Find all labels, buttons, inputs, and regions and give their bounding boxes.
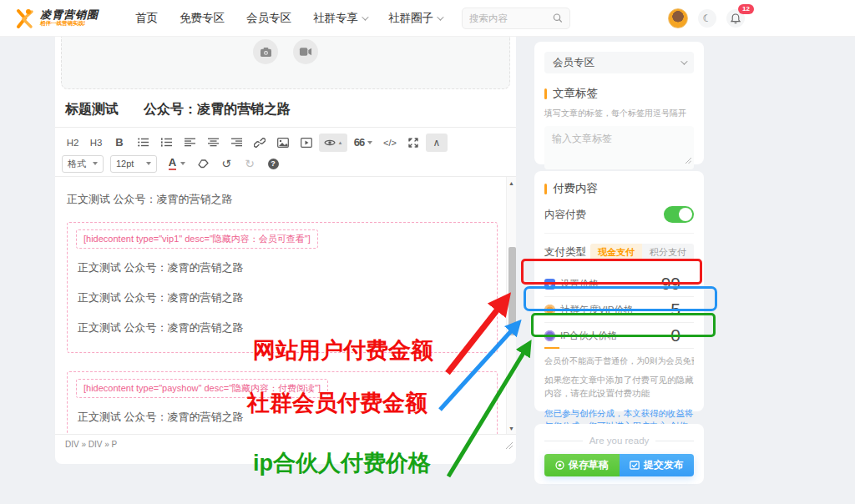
site-logo[interactable]: 凌霄营销圈 相伴一线营销实战!	[15, 8, 99, 29]
align-center-icon[interactable]	[202, 134, 224, 152]
code-view-button[interactable]: </>	[379, 134, 401, 152]
price-row-vip: 社群年度VIP价格	[544, 297, 694, 323]
search-icon	[553, 13, 563, 23]
textarea-resize-handle[interactable]	[686, 152, 691, 167]
tags-section-title: 文章标签	[553, 86, 598, 101]
input-focus-underline	[544, 347, 559, 349]
divider	[544, 233, 694, 234]
pay-type-points-option[interactable]: 积分支付	[642, 244, 694, 261]
collapse-toolbar-button[interactable]: ∧	[426, 134, 448, 152]
editor-statusbar: DIV » DIV » P	[55, 434, 516, 454]
format-dropdown[interactable]: 格式	[62, 155, 104, 173]
logo-tagline: 相伴一线营销实战!	[40, 21, 99, 27]
send-icon	[630, 461, 640, 470]
upload-image-button[interactable]	[253, 39, 278, 64]
search-box[interactable]	[462, 8, 570, 29]
upload-video-button[interactable]	[293, 39, 318, 64]
insert-video-icon[interactable]	[296, 134, 317, 152]
preview-eye-button[interactable]: ▲	[319, 134, 347, 152]
section-accent-bar	[544, 88, 547, 99]
hidecontent-payshow-block: [hidecontent type="payshow" desc="隐藏内容：付…	[67, 371, 498, 434]
price-note-2: 如果您在文章中添加了付费可见的隐藏内容，请在此设置付费功能	[544, 374, 694, 401]
eye-icon	[324, 139, 336, 147]
notification-badge: 12	[738, 4, 754, 14]
article-subtitle-text: 公众号：凌霄的营销之路	[144, 101, 291, 118]
target-icon	[555, 461, 564, 470]
section-accent-bar	[544, 184, 547, 194]
link-icon[interactable]	[249, 134, 271, 152]
heading2-button[interactable]: H2	[62, 134, 83, 152]
price-tag-icon: ¥	[544, 279, 555, 290]
paid-section-title: 付费内容	[553, 181, 598, 196]
scroll-down-arrow[interactable]: ▼	[507, 422, 517, 434]
article-title-text: 标题测试	[65, 101, 119, 118]
editor-content-wrap: 正文测试 公众号：凌霄的营销之路 [hidecontent type="vip1…	[55, 177, 516, 434]
editor-scrollbar: ▲ ▼	[506, 177, 516, 434]
align-left-icon[interactable]	[179, 134, 200, 152]
notifications-button[interactable]: 12	[726, 9, 745, 28]
logo-person-icon	[15, 8, 37, 29]
article-meta-card: 会员专区 文章标签 填写文章的标签，每个标签用逗号隔开	[534, 42, 704, 164]
publish-card: Are you ready 保存草稿 提交发布	[534, 424, 704, 484]
numbered-list-icon[interactable]	[155, 134, 177, 152]
question-icon: ?	[268, 159, 279, 169]
content-paid-toggle[interactable]	[664, 206, 694, 223]
help-button[interactable]: ?	[262, 154, 284, 173]
hidecontent-vip-block: [hidecontent type="vip1" desc="隐藏内容：会员可查…	[67, 222, 498, 353]
clear-format-icon[interactable]	[192, 154, 214, 173]
price-note-1: 会员价不能高于普通价，为0则为会员免费	[544, 355, 694, 367]
bell-icon	[731, 13, 741, 24]
dark-mode-toggle[interactable]: ☾	[698, 9, 716, 28]
divider	[655, 441, 694, 441]
nav-item-community-exclusive[interactable]: 社群专享	[313, 11, 367, 26]
fullscreen-icon[interactable]	[402, 134, 424, 152]
redo-button[interactable]: ↻	[239, 154, 261, 173]
ip-partner-price-input[interactable]	[644, 325, 694, 345]
submit-publish-button[interactable]: 提交发布	[620, 454, 695, 476]
bold-button[interactable]: B	[109, 134, 130, 152]
scrollbar-thumb[interactable]	[508, 247, 516, 335]
scroll-up-arrow[interactable]: ▲	[507, 177, 517, 189]
category-select[interactable]: 会员专区	[544, 52, 694, 73]
body-paragraph: 正文测试 公众号：凌霄的营销之路	[78, 290, 488, 305]
logo-title: 凌霄营销圈	[40, 9, 99, 21]
body-paragraph: 正文测试 公众号：凌霄的营销之路	[78, 410, 488, 425]
camera-icon	[260, 47, 272, 58]
heading3-button[interactable]: H3	[85, 134, 107, 152]
element-path: DIV » DIV » P	[65, 440, 117, 449]
price-row-normal: ¥ 设置价格	[544, 271, 694, 297]
video-camera-icon	[299, 47, 312, 57]
undo-button[interactable]: ↺	[215, 154, 237, 173]
chevron-down-icon	[437, 13, 443, 20]
search-input[interactable]	[469, 13, 553, 23]
bullet-list-icon[interactable]	[132, 134, 154, 152]
ready-text: Are you ready	[589, 436, 650, 446]
article-title-input[interactable]: 标题测试 公众号：凌霄的营销之路	[55, 89, 516, 128]
nav-item-member-zone[interactable]: 会员专区	[246, 11, 291, 26]
align-right-icon[interactable]	[225, 134, 247, 152]
user-avatar[interactable]	[668, 8, 688, 28]
tags-input[interactable]	[544, 126, 694, 169]
body-paragraph: 正文测试 公众号：凌霄的营销之路	[78, 260, 488, 275]
font-color-button[interactable]: A	[164, 154, 190, 173]
cover-upload-area[interactable]	[61, 37, 510, 89]
nav-item-home[interactable]: 首页	[135, 11, 158, 26]
editor-body[interactable]: 正文测试 公众号：凌霄的营销之路 [hidecontent type="vip1…	[55, 177, 506, 434]
vip-coin-icon	[544, 305, 555, 315]
blockquote-button[interactable]: 66	[349, 134, 377, 152]
paid-content-card: 付费内容 内容付费 支付类型 现金支付 积分支付 ¥ 设置价格 社群年度VIP价…	[534, 171, 704, 411]
content-paid-label: 内容付费	[544, 208, 586, 222]
hidecontent-vip-shortcode: [hidecontent type="vip1" desc="隐藏内容：会员可查…	[76, 229, 318, 249]
chevron-down-icon	[680, 58, 687, 64]
nav-item-community-circle[interactable]: 社群圈子	[388, 11, 442, 26]
vip-price-input[interactable]	[644, 300, 694, 320]
save-draft-button[interactable]: 保存草稿	[544, 454, 620, 476]
category-selected-value: 会员专区	[553, 56, 594, 70]
site-price-input[interactable]	[644, 274, 694, 294]
nav-item-free-zone[interactable]: 免费专区	[180, 11, 225, 26]
pay-type-cash-option[interactable]: 现金支付	[590, 244, 642, 261]
editor-resize-handle[interactable]	[506, 441, 513, 451]
navbar-right: ☾ 12	[668, 0, 745, 37]
insert-image-icon[interactable]	[272, 134, 294, 152]
font-size-dropdown[interactable]: 12pt	[110, 155, 157, 173]
